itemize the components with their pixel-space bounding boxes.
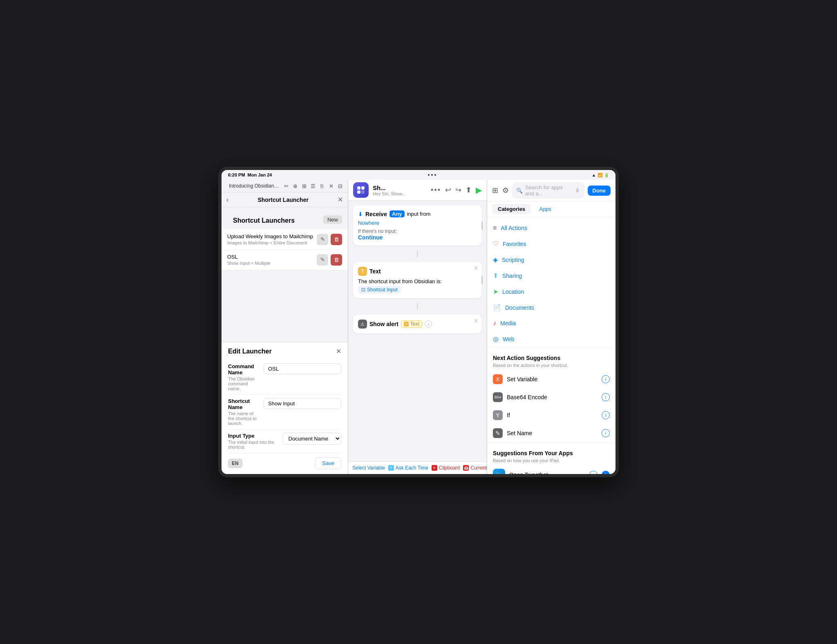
edit-launcher-close[interactable]: ✕ <box>336 347 341 355</box>
tweetbot-label: Open Tweetbot <box>509 472 585 474</box>
svg-rect-0 <box>357 186 360 190</box>
select-variable[interactable]: Select Variable <box>352 465 385 471</box>
sharing-label: Sharing <box>502 273 610 279</box>
sharing-icon: ⬆ <box>493 272 498 280</box>
clipboard-label: Clipboard <box>439 465 460 471</box>
alert-card-remove[interactable]: ✕ <box>473 317 479 325</box>
save-button[interactable]: Save <box>315 457 341 469</box>
copy-toolbar-icon[interactable]: ⎘ <box>318 182 326 190</box>
variable-bar: Select Variable ? Ask Each Time ✕ Clipbo… <box>348 461 487 474</box>
input-type-select[interactable]: Document Name Multiple None <box>282 433 342 445</box>
tab-apps[interactable]: Apps <box>533 204 557 214</box>
suggestion-if[interactable]: Y If i <box>487 406 615 424</box>
delete-button-0[interactable]: 🗑 <box>331 234 342 245</box>
ipad-frame: 6:20 PM Mon Jan 24 ▲ 📶 🔋 Introducing Obs… <box>218 167 619 477</box>
edit-button-0[interactable]: ✎ <box>317 234 328 245</box>
documents-icon: 📄 <box>493 304 501 311</box>
continue-button[interactable]: Continue <box>358 234 477 241</box>
tweetbot-add[interactable]: + <box>602 471 610 474</box>
grid-toolbar-icon[interactable]: ⊞ <box>300 182 308 190</box>
nowhere-dropdown[interactable]: Nowhere <box>358 220 477 226</box>
new-button[interactable]: New <box>323 215 342 224</box>
location-icon: ➤ <box>493 288 498 295</box>
tweetbot-info[interactable]: i <box>589 471 598 474</box>
menu-toolbar-icon[interactable]: ☰ <box>309 182 317 190</box>
shortcut-actions-area[interactable]: ⬇ Receive Any input from Nowhere If ther… <box>348 201 487 461</box>
suggestion-open-tweetbot[interactable]: 🐦 Open Tweetbot i + <box>487 465 615 474</box>
shortcut-input-badge[interactable]: ⊡ Shortcut Input <box>358 286 401 293</box>
chevron-circle[interactable]: › <box>425 320 432 328</box>
item-name-1: OSL <box>227 254 313 260</box>
command-name-row: Command Name The Obsidian command name. <box>228 360 341 395</box>
shortcut-name-input[interactable] <box>264 398 341 409</box>
clipboard-var[interactable]: ✕ Clipboard <box>432 465 460 471</box>
language-badge[interactable]: EN <box>228 459 242 468</box>
category-media[interactable]: ♪ Media <box>487 315 615 331</box>
delete-button-1[interactable]: 🗑 <box>331 254 342 266</box>
text-badge[interactable]: T Text <box>401 320 422 328</box>
battery-icon: 🔋 <box>604 173 609 177</box>
text-resize-handle[interactable] <box>481 276 483 284</box>
media-label: Media <box>500 320 610 326</box>
edit-button-1[interactable]: ✎ <box>317 254 328 266</box>
set-name-info[interactable]: i <box>602 429 610 437</box>
dot1 <box>428 174 430 176</box>
base64-info[interactable]: i <box>602 393 610 401</box>
share-toolbar-icon[interactable]: ✂ <box>282 182 290 190</box>
main-area: Introducing Obsidian Shortcut Launcl ✂ ⊕… <box>222 180 615 474</box>
input-type-sublabel: The initial input into the shortcut. <box>228 440 278 449</box>
app-suggestions-section: Suggestions From Your Apps Based on how … <box>487 442 615 474</box>
category-scripting[interactable]: ◈ Scripting <box>487 252 615 268</box>
category-all-actions[interactable]: ≡ All Actions <box>487 220 615 236</box>
add-toolbar-icon[interactable]: ⊕ <box>291 182 299 190</box>
close-toolbar-icon[interactable]: ✕ <box>327 182 335 190</box>
category-sharing[interactable]: ⬆ Sharing <box>487 268 615 284</box>
ask-each-time[interactable]: ? Ask Each Time <box>388 465 428 471</box>
share-button[interactable]: ⬆ <box>465 186 472 195</box>
set-variable-label: Set Variable <box>507 376 598 382</box>
item-name-0: Upload Weekly Images to Mailchimp <box>227 233 313 239</box>
suggestion-set-name[interactable]: ✎ Set Name i <box>487 424 615 442</box>
dot3 <box>434 174 436 176</box>
tab-categories[interactable]: Categories <box>492 204 531 214</box>
redo-button[interactable]: ↪ <box>455 186 461 195</box>
receive-any-badge[interactable]: Any <box>389 210 405 217</box>
category-documents[interactable]: 📄 Documents <box>487 300 615 315</box>
scripting-icon: ◈ <box>493 256 498 264</box>
resize-handle[interactable] <box>481 221 483 230</box>
close-button[interactable]: ✕ <box>338 196 343 203</box>
tweetbot-icon: 🐦 <box>493 469 505 474</box>
toolbar-icons: ✂ ⊕ ⊞ ☰ ⎘ ✕ ⊟ <box>282 182 344 190</box>
actions-list[interactable]: ≡ All Actions ♡ Favorites ◈ Scripting ⬆ … <box>487 217 615 474</box>
command-name-input[interactable] <box>264 363 341 374</box>
item-sub-1: Show Input < Multiple <box>227 261 313 266</box>
dot2 <box>431 174 433 176</box>
undo-button[interactable]: ↩ <box>445 186 451 195</box>
location-label: Location <box>502 288 610 295</box>
set-variable-info[interactable]: i <box>602 375 610 383</box>
suggestion-set-variable[interactable]: X Set Variable i <box>487 370 615 388</box>
input-type-row: Input Type The initial input into the sh… <box>228 429 341 453</box>
if-info[interactable]: i <box>602 411 610 419</box>
suggestion-base64[interactable]: B64 Base64 Encode i <box>487 388 615 406</box>
svg-rect-3 <box>361 190 365 194</box>
drag-line-2 <box>417 303 418 310</box>
mic-icon[interactable]: 🎙 <box>575 188 580 194</box>
category-location[interactable]: ➤ Location <box>487 284 615 300</box>
category-favorites[interactable]: ♡ Favorites <box>487 236 615 252</box>
category-web[interactable]: ◎ Web <box>487 331 615 347</box>
more-options-button[interactable]: ••• <box>431 186 441 195</box>
item-sub-0: Images to Mailchimp < Entire Document <box>227 240 313 245</box>
add-action-button[interactable]: ⊞ <box>492 186 498 195</box>
table-toolbar-icon[interactable]: ⊟ <box>336 182 344 190</box>
text-card-remove[interactable]: ✕ <box>473 264 479 272</box>
play-button[interactable]: ▶ <box>476 185 482 195</box>
back-button[interactable]: ‹ <box>226 196 228 203</box>
documents-label: Documents <box>505 304 610 311</box>
search-box[interactable]: 🔍 Search for apps and a... 🎙 <box>512 182 584 199</box>
filter-button[interactable]: ⚙ <box>502 186 509 195</box>
set-name-label: Set Name <box>507 430 598 436</box>
done-button[interactable]: Done <box>588 186 611 196</box>
current-date-var[interactable]: 📅 Current Date <box>463 465 487 471</box>
media-icon: ♪ <box>493 320 496 327</box>
